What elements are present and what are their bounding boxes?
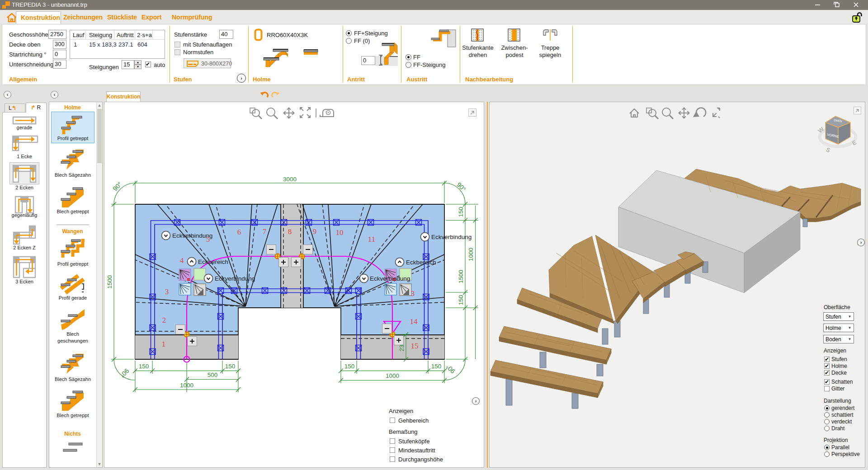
svg-text:1: 1 — [162, 340, 166, 348]
svg-text:150: 150 — [431, 363, 442, 370]
svg-text:2: 2 — [162, 316, 166, 324]
svg-text:5: 5 — [206, 235, 210, 244]
svg-text:90°: 90° — [118, 367, 130, 379]
svg-text:6: 6 — [237, 228, 241, 236]
svg-text:Eckbereich: Eckbereich — [406, 259, 436, 266]
svg-text:500: 500 — [208, 371, 218, 378]
svg-text:10: 10 — [336, 228, 344, 237]
svg-text:7: 7 — [263, 227, 267, 236]
svg-text:4: 4 — [180, 256, 184, 265]
svg-text:150: 150 — [139, 363, 149, 370]
svg-text:150: 150 — [458, 207, 464, 217]
svg-text:1000: 1000 — [386, 372, 399, 379]
svg-text:14: 14 — [410, 317, 418, 326]
svg-text:1500: 1500 — [106, 275, 113, 289]
svg-text:Eckverbindung: Eckverbindung — [370, 275, 410, 282]
svg-text:W: W — [816, 125, 826, 134]
svg-text:3: 3 — [411, 289, 415, 298]
svg-text:1000: 1000 — [467, 248, 474, 261]
svg-text:9: 9 — [313, 227, 317, 236]
svg-text:1500: 1500 — [458, 270, 464, 283]
svg-text:Eckverbindung: Eckverbindung — [215, 275, 255, 282]
svg-text:150: 150 — [458, 295, 464, 306]
svg-text:90°: 90° — [111, 180, 123, 192]
svg-text:3: 3 — [165, 287, 169, 296]
svg-text:90°: 90° — [444, 363, 456, 375]
svg-text:15: 15 — [411, 342, 419, 350]
svg-text:23: 23 — [398, 344, 405, 351]
svg-text:1000: 1000 — [180, 382, 193, 389]
svg-text:Eckbereich: Eckbereich — [198, 258, 228, 265]
svg-text:150: 150 — [344, 363, 355, 370]
svg-text:3000: 3000 — [283, 176, 297, 183]
svg-text:S: S — [825, 146, 831, 154]
svg-text:11: 11 — [368, 235, 375, 244]
svg-text:Eckverbindung: Eckverbindung — [431, 234, 472, 240]
svg-text:8: 8 — [288, 227, 292, 236]
svg-text:90°: 90° — [455, 181, 467, 193]
svg-text:150: 150 — [225, 363, 236, 370]
